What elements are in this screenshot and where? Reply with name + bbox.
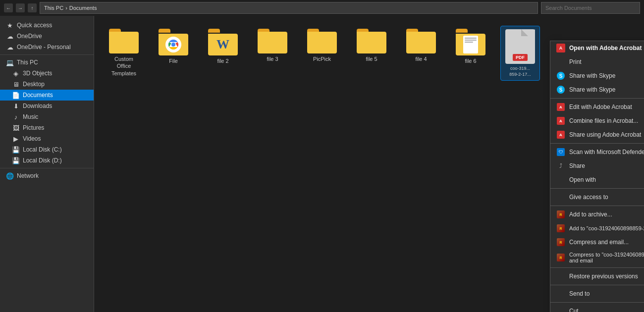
ctx-cut[interactable]: Cut <box>550 304 644 312</box>
file-name: File <box>169 57 178 64</box>
ctx-restore-versions[interactable]: Restore previous versions <box>550 269 644 283</box>
sidebar-label-onedrive: OneDrive <box>17 33 42 40</box>
winrar-icon-2: R <box>556 224 565 233</box>
ctx-label-share-acrobat: Share using Adobe Acrobat <box>569 131 641 138</box>
sidebar-item-music[interactable]: ♪ Music <box>0 111 94 122</box>
sidebar-item-desktop[interactable]: 🖥 Desktop <box>0 79 94 90</box>
list-item[interactable]: PicPick <box>302 26 342 81</box>
ctx-sep-2 <box>550 143 644 144</box>
acrobat-edit-icon: A <box>556 103 565 111</box>
sidebar: ★ Quick access ☁ OneDrive ☁ OneDrive - P… <box>0 16 94 312</box>
ctx-label-compress-email: Compress and email... <box>569 239 629 246</box>
3d-objects-icon: ◈ <box>12 69 20 77</box>
ctx-add-archive[interactable]: R Add to archive... <box>550 208 644 221</box>
sidebar-item-this-pc[interactable]: 💻 This PC <box>0 57 94 68</box>
sidebar-label-videos: Videos <box>23 135 41 142</box>
ctx-open-acrobat[interactable]: A Open with Adobe Acrobat <box>550 41 644 55</box>
winrar-icon-4: R <box>556 253 565 262</box>
ctx-sep-3 <box>550 188 644 189</box>
folder-icon <box>109 29 139 53</box>
list-item[interactable]: File <box>154 26 193 81</box>
sidebar-item-videos[interactable]: ▶ Videos <box>0 133 94 144</box>
sidebar-item-3d-objects[interactable]: ◈ 3D Objects <box>0 68 94 79</box>
skype-icon-2: S <box>556 85 565 94</box>
ctx-send-to[interactable]: Send to ▶ <box>550 287 644 301</box>
sidebar-item-onedrive[interactable]: ☁ OneDrive <box>0 31 94 42</box>
give-access-icon <box>556 193 565 202</box>
winrar-icon-1: R <box>556 210 565 219</box>
ctx-sep-7 <box>550 302 644 303</box>
ctx-open-with[interactable]: Open with ▶ <box>550 173 644 187</box>
sidebar-item-documents[interactable]: 📄 Documents <box>0 90 94 101</box>
ctx-combine-acrobat[interactable]: A Combine files in Acrobat... <box>550 114 644 128</box>
ctx-label-restore-versions: Restore previous versions <box>569 273 638 280</box>
breadcrumb-documents: Documents <box>69 5 97 11</box>
ctx-sep-1 <box>550 98 644 99</box>
ctx-scan-defender[interactable]: 🛡 Scan with Microsoft Defender... <box>550 145 644 159</box>
sidebar-label-network: Network <box>17 172 39 179</box>
file-name: PicPick <box>313 55 331 62</box>
back-button[interactable]: ← <box>4 3 13 12</box>
list-item[interactable]: file 3 <box>253 26 292 81</box>
ctx-label-share-skype-1: Share with Skype <box>569 72 615 79</box>
sidebar-item-onedrive-personal[interactable]: ☁ OneDrive - Personal <box>0 42 94 52</box>
file-name: coo-319...859-2-17... <box>509 66 531 77</box>
ctx-print[interactable]: Print <box>550 55 644 69</box>
ctx-label-cut: Cut <box>569 308 579 312</box>
file-name: file 3 <box>267 55 278 62</box>
acrobat-open-icon: A <box>556 44 565 52</box>
folder-icon <box>159 29 188 55</box>
svg-point-2 <box>171 43 175 47</box>
sidebar-label-quick-access: Quick access <box>17 22 52 29</box>
title-bar: ← → ↑ This PC › Documents <box>0 0 644 16</box>
ctx-share-skype-2[interactable]: S Share with Skype <box>550 83 644 97</box>
cut-icon <box>556 307 565 312</box>
ctx-share-acrobat[interactable]: A Share using Adobe Acrobat <box>550 128 644 142</box>
forward-button[interactable]: → <box>16 3 25 12</box>
folder-icon <box>406 29 436 53</box>
sidebar-label-local-c: Local Disk (C:) <box>23 146 62 153</box>
ctx-share-skype-1[interactable]: S Share with Skype <box>550 69 644 83</box>
list-item[interactable]: W file 2 <box>203 26 243 81</box>
ctx-label-open-with: Open with <box>569 176 596 183</box>
ctx-label-share-skype-2: Share with Skype <box>569 86 615 93</box>
sidebar-item-pictures[interactable]: 🖼 Pictures <box>0 122 94 133</box>
list-item[interactable]: file 5 <box>352 26 391 81</box>
list-item[interactable]: Custom Office Templates <box>104 26 144 81</box>
ctx-sep-4 <box>550 206 644 206</box>
skype-icon-1: S <box>556 71 565 80</box>
up-button[interactable]: ↑ <box>28 3 37 12</box>
file-name: file 4 <box>415 55 427 62</box>
send-to-icon <box>556 289 565 298</box>
ctx-label-print: Print <box>569 58 582 65</box>
folder-icon <box>357 29 386 53</box>
list-item[interactable]: PDF coo-319...859-2-17... <box>500 26 540 81</box>
breadcrumb[interactable]: This PC › Documents <box>40 2 538 14</box>
folder-icon <box>258 29 287 53</box>
acrobat-combine-icon: A <box>556 116 565 125</box>
list-item[interactable]: file 4 <box>401 26 441 81</box>
network-icon: 🌐 <box>6 172 14 180</box>
sidebar-item-local-c[interactable]: 💾 Local Disk (C:) <box>0 144 94 155</box>
sidebar-item-local-d[interactable]: 💾 Local Disk (D:) <box>0 155 94 166</box>
ctx-edit-acrobat[interactable]: A Edit with Adobe Acrobat <box>550 100 644 114</box>
ctx-compress-rar-email[interactable]: R Compress to "coo-31924060898859-2-1717… <box>550 249 644 266</box>
videos-icon: ▶ <box>12 135 20 143</box>
ctx-share[interactable]: ⤴ Share <box>550 159 644 173</box>
acrobat-share-icon: A <box>556 130 565 139</box>
sidebar-item-downloads[interactable]: ⬇ Downloads <box>0 101 94 111</box>
sidebar-item-network[interactable]: 🌐 Network <box>0 170 94 181</box>
local-disk-d-icon: 💾 <box>12 156 20 164</box>
sidebar-label-pictures: Pictures <box>23 124 44 131</box>
main-layout: ★ Quick access ☁ OneDrive ☁ OneDrive - P… <box>0 16 644 312</box>
list-item[interactable]: file 6 <box>451 26 490 81</box>
pictures-icon: 🖼 <box>12 124 20 132</box>
sidebar-item-quick-access[interactable]: ★ Quick access <box>0 20 94 31</box>
desktop-icon: 🖥 <box>12 80 20 88</box>
search-input[interactable] <box>541 2 640 14</box>
ctx-give-access[interactable]: Give access to ▶ <box>550 190 644 204</box>
ctx-add-rar[interactable]: R Add to "coo-31924060898859-2-171759896… <box>550 221 644 235</box>
ctx-compress-email[interactable]: R Compress and email... <box>550 235 644 249</box>
file-name: file 6 <box>465 57 476 64</box>
print-icon <box>556 57 565 66</box>
